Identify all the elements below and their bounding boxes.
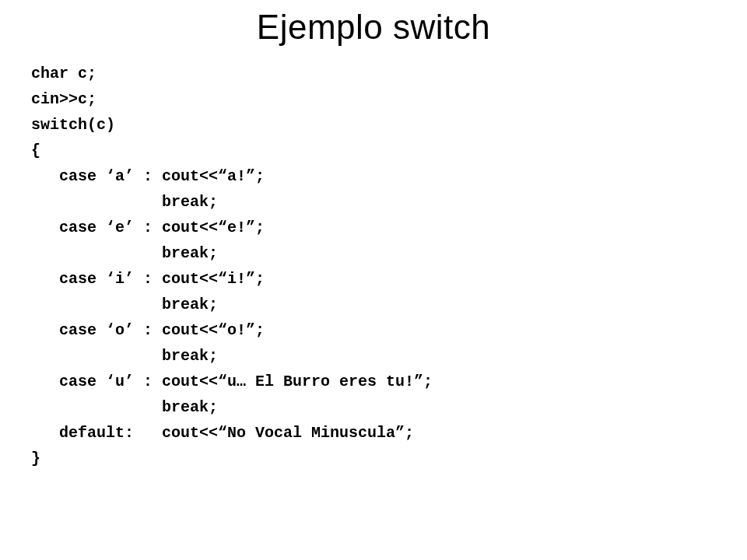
code-line: switch(c)	[31, 116, 115, 134]
code-line: break;	[31, 347, 218, 365]
code-line: }	[31, 450, 40, 467]
code-line: case ‘u’ : cout<<“u… El Burro eres tu!”;	[31, 373, 433, 390]
code-line: break;	[31, 244, 218, 262]
code-line: default: cout<<“No Vocal Minuscula”;	[31, 424, 414, 442]
slide-title: Ejemplo switch	[31, 8, 716, 47]
code-line: break;	[31, 398, 218, 416]
code-line: char c;	[31, 65, 96, 82]
code-line: case ‘a’ : cout<<“a!”;	[31, 167, 265, 185]
code-line: case ‘e’ : cout<<“e!”;	[31, 219, 265, 236]
code-line: case ‘o’ : cout<<“o!”;	[31, 321, 265, 339]
code-example: char c; cin>>c; switch(c) { case ‘a’ : c…	[31, 61, 716, 471]
code-line: cin>>c;	[31, 90, 96, 108]
code-line: break;	[31, 193, 218, 211]
code-line: break;	[31, 296, 218, 313]
code-line: case ‘i’ : cout<<“i!”;	[31, 270, 265, 288]
code-line: {	[31, 142, 40, 159]
